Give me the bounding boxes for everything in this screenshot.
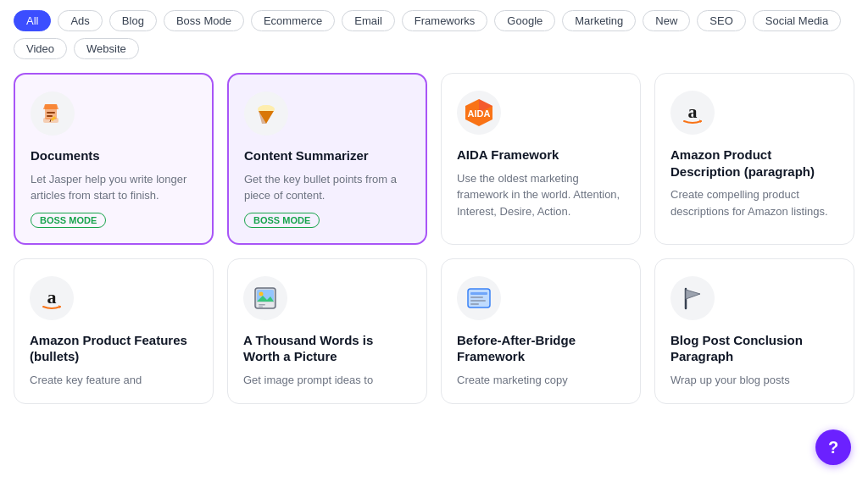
card-desc: Create compelling product descriptions f… bbox=[670, 186, 838, 219]
filter-tag-boss-mode[interactable]: Boss Mode bbox=[164, 10, 244, 31]
cone-icon bbox=[244, 91, 288, 136]
flag-icon bbox=[670, 276, 715, 320]
help-button[interactable]: ? bbox=[815, 429, 851, 465]
filter-tag-blog[interactable]: Blog bbox=[109, 10, 157, 31]
cards-grid: DocumentsLet Jasper help you write longe… bbox=[14, 73, 854, 404]
filter-tag-social-media[interactable]: Social Media bbox=[753, 10, 841, 31]
card-title: Amazon Product Features (bullets) bbox=[30, 332, 198, 365]
filter-tag-new[interactable]: New bbox=[643, 10, 690, 31]
filter-tag-ads[interactable]: Ads bbox=[58, 10, 102, 31]
filter-tag-ecommerce[interactable]: Ecommerce bbox=[251, 10, 335, 31]
card-desc: Create key feature and bbox=[30, 372, 198, 389]
card-badge: BOSS MODE bbox=[31, 213, 106, 228]
svg-marker-2 bbox=[43, 104, 58, 109]
svg-point-21 bbox=[259, 291, 264, 296]
card-content-summarizer[interactable]: Content SummarizerGet the key bullet poi… bbox=[227, 73, 427, 245]
filter-tags: AllAdsBlogBoss ModeEcommerceEmailFramewo… bbox=[14, 10, 854, 59]
filter-tag-marketing[interactable]: Marketing bbox=[562, 10, 636, 31]
filter-tag-all[interactable]: All bbox=[14, 10, 51, 31]
amazon-icon: a bbox=[670, 91, 715, 135]
card-badge: BOSS MODE bbox=[244, 213, 320, 228]
filter-tag-website[interactable]: Website bbox=[74, 38, 139, 59]
pencil-icon bbox=[31, 91, 75, 136]
filter-tag-frameworks[interactable]: Frameworks bbox=[402, 10, 488, 31]
card-desc: Get image prompt ideas to bbox=[243, 372, 411, 389]
svg-rect-3 bbox=[47, 112, 55, 114]
svg-rect-4 bbox=[47, 115, 53, 117]
aida-icon: AIDA bbox=[457, 91, 501, 135]
filter-tag-video[interactable]: Video bbox=[14, 38, 67, 59]
svg-rect-25 bbox=[259, 306, 263, 307]
svg-text:AIDA: AIDA bbox=[468, 108, 491, 119]
card-title: AIDA Framework bbox=[457, 147, 625, 163]
card-desc: Let Jasper help you write longer article… bbox=[31, 171, 197, 204]
card-title: Content Summarizer bbox=[244, 147, 410, 164]
card-desc: Create marketing copy bbox=[457, 372, 625, 389]
card-amazon-product-features[interactable]: a Amazon Product Features (bullets)Creat… bbox=[14, 258, 214, 405]
filter-tag-google[interactable]: Google bbox=[494, 10, 555, 31]
svg-text:a: a bbox=[688, 101, 698, 122]
card-title: Documents bbox=[31, 147, 197, 164]
svg-text:a: a bbox=[47, 286, 57, 307]
filter-tag-email[interactable]: Email bbox=[342, 10, 395, 31]
svg-rect-24 bbox=[259, 304, 265, 306]
svg-rect-30 bbox=[470, 300, 486, 302]
card-documents[interactable]: DocumentsLet Jasper help you write longe… bbox=[14, 73, 214, 245]
amazon-icon: a bbox=[30, 276, 74, 320]
card-title: Amazon Product Description (paragraph) bbox=[670, 147, 838, 180]
card-title: A Thousand Words is Worth a Picture bbox=[243, 332, 411, 365]
card-desc: Wrap up your blog posts bbox=[670, 372, 838, 389]
card-aida-framework[interactable]: AIDA AIDA FrameworkUse the oldest market… bbox=[441, 73, 641, 245]
picture-icon bbox=[243, 276, 287, 320]
filter-tag-seo[interactable]: SEO bbox=[697, 10, 745, 31]
card-blog-post-conclusion[interactable]: Blog Post Conclusion ParagraphWrap up yo… bbox=[654, 258, 854, 405]
svg-rect-31 bbox=[470, 303, 479, 305]
svg-rect-28 bbox=[470, 292, 487, 295]
card-desc: Get the key bullet points from a piece o… bbox=[244, 171, 410, 204]
bab-icon bbox=[457, 276, 501, 320]
card-amazon-product-desc[interactable]: a Amazon Product Description (paragraph)… bbox=[654, 73, 854, 245]
card-title: Blog Post Conclusion Paragraph bbox=[670, 332, 838, 365]
svg-rect-29 bbox=[470, 296, 483, 298]
card-before-after-bridge[interactable]: Before-After-Bridge FrameworkCreate mark… bbox=[441, 258, 641, 405]
card-desc: Use the oldest marketing framework in th… bbox=[457, 170, 625, 220]
card-thousand-words[interactable]: A Thousand Words is Worth a PictureGet i… bbox=[227, 258, 427, 405]
card-title: Before-After-Bridge Framework bbox=[457, 332, 625, 365]
